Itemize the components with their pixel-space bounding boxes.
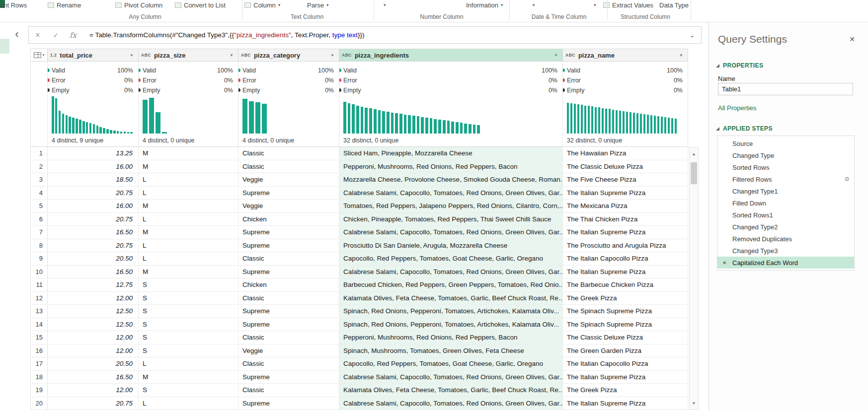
- cell-pizza_category[interactable]: Veggie: [238, 200, 339, 212]
- ribbon-dropdown-caret[interactable]: ▾: [594, 0, 596, 9]
- applied-steps-section-header[interactable]: APPLIED STEPS: [716, 125, 773, 132]
- row-number[interactable]: 6: [31, 213, 48, 226]
- column-header-pizza_ingredients[interactable]: ABCpizza_ingredients▼: [339, 49, 563, 62]
- cell-pizza_ingredients[interactable]: Spinach, Red Onions, Pepperoni, Tomatoes…: [339, 318, 563, 331]
- ribbon-button-information[interactable]: Information▾: [466, 0, 503, 9]
- cell-pizza_ingredients[interactable]: Calabrese Salami, Capocollo, Tomatoes, R…: [339, 266, 563, 278]
- row-number[interactable]: 13: [31, 305, 48, 318]
- cell-pizza_size[interactable]: S: [139, 292, 238, 305]
- cell-pizza_ingredients[interactable]: Pepperoni, Mushrooms, Red Onions, Red Pe…: [339, 160, 563, 173]
- cell-pizza_size[interactable]: L: [139, 252, 238, 265]
- cell-pizza_name[interactable]: The Thai Chicken Pizza: [563, 213, 688, 226]
- cell-pizza_category[interactable]: Supreme: [238, 371, 339, 384]
- cell-pizza_ingredients[interactable]: Spinach, Red Onions, Pepperoni, Tomatoes…: [339, 305, 563, 318]
- cell-pizza_category[interactable]: Supreme: [238, 305, 339, 318]
- row-number[interactable]: 10: [31, 266, 48, 278]
- ribbon-button-pivot-column[interactable]: Pivot Column: [115, 0, 162, 9]
- cell-pizza_name[interactable]: The Prosciutto and Arugula Pizza: [563, 239, 688, 252]
- cell-pizza_name[interactable]: The Italian Capocollo Pizza: [563, 357, 688, 370]
- cell-pizza_name[interactable]: The Five Cheese Pizza: [563, 173, 688, 186]
- column-header-pizza_category[interactable]: ABCpizza_category▼: [238, 49, 339, 62]
- cell-pizza_name[interactable]: The Italian Supreme Pizza: [563, 266, 688, 278]
- filter-dropdown-button[interactable]: ▼: [552, 51, 560, 59]
- cell-pizza_name[interactable]: The Spinach Supreme Pizza: [563, 305, 688, 318]
- formula-expand-button[interactable]: ⌄: [683, 32, 701, 39]
- applied-step-changed-type3[interactable]: Changed Type3: [717, 245, 854, 257]
- cell-pizza_size[interactable]: M: [139, 371, 238, 384]
- cell-pizza_category[interactable]: Supreme: [238, 226, 339, 239]
- scroll-up-button[interactable]: ▲: [690, 148, 698, 159]
- ribbon-button-column[interactable]: Column▾: [244, 0, 280, 9]
- cell-pizza_category[interactable]: Classic: [238, 331, 339, 344]
- cell-pizza_category[interactable]: Supreme: [238, 318, 339, 331]
- cell-pizza_name[interactable]: The Italian Supreme Pizza: [563, 397, 688, 410]
- cell-total_price[interactable]: 20.75: [48, 397, 139, 410]
- applied-step-sorted-rows[interactable]: Sorted Rows: [717, 161, 854, 173]
- cell-pizza_name[interactable]: The Italian Supreme Pizza: [563, 226, 688, 239]
- vertical-scrollbar[interactable]: ▲ ▼: [689, 147, 699, 410]
- row-number[interactable]: 11: [31, 278, 48, 291]
- cell-pizza_ingredients[interactable]: Capocollo, Red Peppers, Tomatoes, Goat C…: [339, 357, 563, 370]
- cell-pizza_ingredients[interactable]: Chicken, Pineapple, Tomatoes, Red Pepper…: [339, 213, 563, 226]
- applied-step-changed-type[interactable]: Changed Type: [717, 149, 854, 161]
- cell-pizza_name[interactable]: The Classic Deluxe Pizza: [563, 160, 688, 173]
- cell-total_price[interactable]: 12.00: [48, 331, 139, 344]
- cell-pizza_name[interactable]: The Green Garden Pizza: [563, 344, 688, 357]
- cell-pizza_size[interactable]: L: [139, 187, 238, 200]
- cell-pizza_ingredients[interactable]: Spinach, Mushrooms, Tomatoes, Green Oliv…: [339, 344, 563, 357]
- cell-pizza_size[interactable]: S: [139, 384, 238, 397]
- cell-pizza_category[interactable]: Classic: [238, 147, 339, 160]
- cell-total_price[interactable]: 18.50: [48, 173, 139, 186]
- cell-total_price[interactable]: 16.50: [48, 371, 139, 384]
- row-number[interactable]: 15: [31, 331, 48, 344]
- cell-pizza_name[interactable]: The Mexicana Pizza: [563, 200, 688, 212]
- cell-pizza_size[interactable]: M: [139, 200, 238, 212]
- confirm-icon[interactable]: ✓: [47, 31, 65, 39]
- scroll-down-button[interactable]: ▼: [690, 398, 698, 409]
- scrollbar-thumb[interactable]: [691, 162, 697, 184]
- cell-pizza_name[interactable]: The Spinach Supreme Pizza: [563, 318, 688, 331]
- column-header-total_price[interactable]: 1.2total_price▼: [48, 49, 139, 62]
- cell-pizza_name[interactable]: The Classic Deluxe Pizza: [563, 331, 688, 344]
- cell-pizza_size[interactable]: S: [139, 344, 238, 357]
- close-icon[interactable]: ✕: [849, 35, 855, 43]
- cell-pizza_size[interactable]: L: [139, 357, 238, 370]
- cell-pizza_ingredients[interactable]: Capocollo, Red Peppers, Tomatoes, Goat C…: [339, 252, 563, 265]
- cell-pizza_name[interactable]: The Italian Supreme Pizza: [563, 187, 688, 200]
- formula-input[interactable]: = Table.TransformColumns(#"Changed Type3…: [89, 31, 683, 39]
- ribbon-button-convert-to-list[interactable]: Convert to List: [175, 0, 226, 9]
- row-number[interactable]: 4: [31, 187, 48, 200]
- properties-section-header[interactable]: PROPERTIES: [716, 62, 763, 69]
- cell-pizza_ingredients[interactable]: Tomatoes, Red Peppers, Jalapeno Peppers,…: [339, 200, 563, 212]
- cell-pizza_category[interactable]: Supreme: [238, 266, 339, 278]
- ribbon-button-unt-rows[interactable]: unt Rows: [0, 0, 27, 9]
- cell-pizza_name[interactable]: The Italian Supreme Pizza: [563, 371, 688, 384]
- cell-total_price[interactable]: 20.50: [48, 357, 139, 370]
- collapse-queries-pane-button[interactable]: ‹: [11, 28, 23, 41]
- applied-step-sorted-rows1[interactable]: Sorted Rows1: [717, 209, 854, 221]
- ribbon-button-rename[interactable]: Rename: [48, 0, 81, 9]
- cell-total_price[interactable]: 20.50: [48, 252, 139, 265]
- cell-pizza_name[interactable]: The Hawaiian Pizza: [563, 147, 688, 160]
- cell-pizza_size[interactable]: S: [139, 318, 238, 331]
- row-number[interactable]: 8: [31, 239, 48, 252]
- cell-total_price[interactable]: 16.00: [48, 160, 139, 173]
- cell-total_price[interactable]: 12.00: [48, 344, 139, 357]
- cell-pizza_ingredients[interactable]: Calabrese Salami, Capocollo, Tomatoes, R…: [339, 187, 563, 200]
- cell-total_price[interactable]: 16.50: [48, 226, 139, 239]
- row-number[interactable]: 5: [31, 200, 48, 212]
- filter-dropdown-button[interactable]: ▼: [228, 51, 236, 59]
- cell-pizza_category[interactable]: Classic: [238, 292, 339, 305]
- cell-pizza_ingredients[interactable]: Calabrese Salami, Capocollo, Tomatoes, R…: [339, 397, 563, 410]
- cell-pizza_category[interactable]: Classic: [238, 160, 339, 173]
- row-number[interactable]: 14: [31, 318, 48, 331]
- cell-total_price[interactable]: 16.50: [48, 266, 139, 278]
- cell-pizza_size[interactable]: L: [139, 397, 238, 410]
- cell-pizza_size[interactable]: M: [139, 266, 238, 278]
- filter-dropdown-button[interactable]: ▼: [328, 51, 336, 59]
- cell-pizza_ingredients[interactable]: Barbecued Chicken, Red Peppers, Green Pe…: [339, 278, 563, 291]
- cell-total_price[interactable]: 20.75: [48, 213, 139, 226]
- cell-pizza_ingredients[interactable]: Prosciutto Di San Daniele, Arugula, Mozz…: [339, 239, 563, 252]
- cell-pizza_category[interactable]: Classic: [238, 357, 339, 370]
- cell-total_price[interactable]: 12.00: [48, 292, 139, 305]
